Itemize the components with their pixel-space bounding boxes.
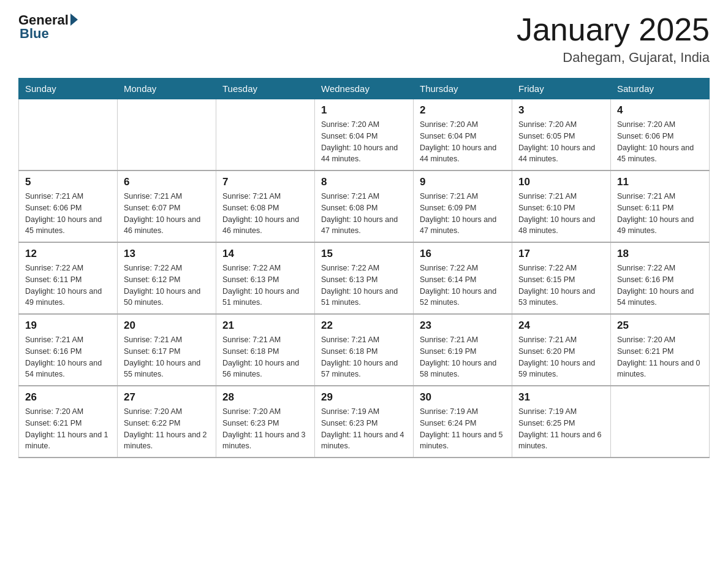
calendar-cell: 14Sunrise: 7:22 AM Sunset: 6:13 PM Dayli… xyxy=(216,242,315,314)
day-number: 27 xyxy=(124,391,210,404)
day-info: Sunrise: 7:20 AM Sunset: 6:23 PM Dayligh… xyxy=(222,406,308,452)
day-number: 24 xyxy=(518,320,604,332)
day-number: 12 xyxy=(25,248,111,260)
day-info: Sunrise: 7:19 AM Sunset: 6:24 PM Dayligh… xyxy=(420,406,506,452)
logo: General Blue xyxy=(18,12,78,42)
day-number: 20 xyxy=(124,320,210,332)
day-of-week-header: Saturday xyxy=(611,79,710,99)
day-number: 2 xyxy=(420,104,506,117)
calendar-week-row: 19Sunrise: 7:21 AM Sunset: 6:16 PM Dayli… xyxy=(19,314,710,386)
calendar-cell: 25Sunrise: 7:20 AM Sunset: 6:21 PM Dayli… xyxy=(611,314,710,386)
day-number: 26 xyxy=(25,391,111,404)
day-info: Sunrise: 7:21 AM Sunset: 6:18 PM Dayligh… xyxy=(321,334,407,380)
calendar-header-row: SundayMondayTuesdayWednesdayThursdayFrid… xyxy=(19,79,710,99)
calendar-cell: 24Sunrise: 7:21 AM Sunset: 6:20 PM Dayli… xyxy=(512,314,611,386)
calendar-cell: 19Sunrise: 7:21 AM Sunset: 6:16 PM Dayli… xyxy=(19,314,118,386)
calendar-cell: 18Sunrise: 7:22 AM Sunset: 6:16 PM Dayli… xyxy=(611,242,710,314)
day-number: 18 xyxy=(617,248,703,260)
day-number: 7 xyxy=(222,176,308,188)
day-number: 21 xyxy=(222,320,308,332)
day-info: Sunrise: 7:22 AM Sunset: 6:14 PM Dayligh… xyxy=(420,262,506,308)
day-number: 4 xyxy=(617,104,703,117)
page-header: General Blue January 2025 Dahegam, Gujar… xyxy=(18,12,710,66)
calendar-table: SundayMondayTuesdayWednesdayThursdayFrid… xyxy=(18,78,710,458)
calendar-week-row: 26Sunrise: 7:20 AM Sunset: 6:21 PM Dayli… xyxy=(19,386,710,458)
calendar-subtitle: Dahegam, Gujarat, India xyxy=(517,50,710,66)
day-number: 22 xyxy=(321,320,407,332)
day-number: 28 xyxy=(222,391,308,404)
calendar-cell: 22Sunrise: 7:21 AM Sunset: 6:18 PM Dayli… xyxy=(315,314,414,386)
calendar-cell: 10Sunrise: 7:21 AM Sunset: 6:10 PM Dayli… xyxy=(512,170,611,242)
calendar-cell: 21Sunrise: 7:21 AM Sunset: 6:18 PM Dayli… xyxy=(216,314,315,386)
logo-arrow-icon xyxy=(70,13,78,26)
calendar-cell: 3Sunrise: 7:20 AM Sunset: 6:05 PM Daylig… xyxy=(512,99,611,171)
day-of-week-header: Thursday xyxy=(414,79,512,99)
day-number: 14 xyxy=(222,248,308,260)
day-info: Sunrise: 7:21 AM Sunset: 6:19 PM Dayligh… xyxy=(420,334,506,380)
calendar-cell: 26Sunrise: 7:20 AM Sunset: 6:21 PM Dayli… xyxy=(19,386,118,458)
calendar-cell xyxy=(216,99,315,171)
calendar-cell: 17Sunrise: 7:22 AM Sunset: 6:15 PM Dayli… xyxy=(512,242,611,314)
day-of-week-header: Sunday xyxy=(19,79,118,99)
day-info: Sunrise: 7:21 AM Sunset: 6:08 PM Dayligh… xyxy=(321,191,407,237)
calendar-cell: 28Sunrise: 7:20 AM Sunset: 6:23 PM Dayli… xyxy=(216,386,315,458)
calendar-cell xyxy=(118,99,216,171)
day-number: 30 xyxy=(420,391,506,404)
calendar-cell xyxy=(19,99,118,171)
day-info: Sunrise: 7:22 AM Sunset: 6:16 PM Dayligh… xyxy=(617,262,703,308)
day-info: Sunrise: 7:22 AM Sunset: 6:13 PM Dayligh… xyxy=(222,262,308,308)
day-number: 3 xyxy=(518,104,604,117)
day-info: Sunrise: 7:19 AM Sunset: 6:23 PM Dayligh… xyxy=(321,406,407,452)
calendar-cell: 16Sunrise: 7:22 AM Sunset: 6:14 PM Dayli… xyxy=(414,242,512,314)
calendar-cell: 6Sunrise: 7:21 AM Sunset: 6:07 PM Daylig… xyxy=(118,170,216,242)
day-number: 1 xyxy=(321,104,407,117)
calendar-cell: 23Sunrise: 7:21 AM Sunset: 6:19 PM Dayli… xyxy=(414,314,512,386)
day-info: Sunrise: 7:21 AM Sunset: 6:17 PM Dayligh… xyxy=(124,334,210,380)
day-info: Sunrise: 7:20 AM Sunset: 6:04 PM Dayligh… xyxy=(420,119,506,165)
day-info: Sunrise: 7:21 AM Sunset: 6:08 PM Dayligh… xyxy=(222,191,308,237)
calendar-week-row: 1Sunrise: 7:20 AM Sunset: 6:04 PM Daylig… xyxy=(19,99,710,171)
day-info: Sunrise: 7:21 AM Sunset: 6:16 PM Dayligh… xyxy=(25,334,111,380)
calendar-cell: 27Sunrise: 7:20 AM Sunset: 6:22 PM Dayli… xyxy=(118,386,216,458)
calendar-cell: 5Sunrise: 7:21 AM Sunset: 6:06 PM Daylig… xyxy=(19,170,118,242)
day-info: Sunrise: 7:21 AM Sunset: 6:06 PM Dayligh… xyxy=(25,191,111,237)
calendar-cell: 11Sunrise: 7:21 AM Sunset: 6:11 PM Dayli… xyxy=(611,170,710,242)
day-info: Sunrise: 7:21 AM Sunset: 6:20 PM Dayligh… xyxy=(518,334,604,380)
day-of-week-header: Wednesday xyxy=(315,79,414,99)
day-of-week-header: Friday xyxy=(512,79,611,99)
day-info: Sunrise: 7:20 AM Sunset: 6:21 PM Dayligh… xyxy=(25,406,111,452)
day-info: Sunrise: 7:19 AM Sunset: 6:25 PM Dayligh… xyxy=(518,406,604,452)
day-number: 15 xyxy=(321,248,407,260)
day-number: 8 xyxy=(321,176,407,188)
day-info: Sunrise: 7:21 AM Sunset: 6:11 PM Dayligh… xyxy=(617,191,703,237)
day-info: Sunrise: 7:21 AM Sunset: 6:09 PM Dayligh… xyxy=(420,191,506,237)
day-of-week-header: Monday xyxy=(118,79,216,99)
day-number: 10 xyxy=(518,176,604,188)
calendar-cell: 8Sunrise: 7:21 AM Sunset: 6:08 PM Daylig… xyxy=(315,170,414,242)
day-info: Sunrise: 7:21 AM Sunset: 6:18 PM Dayligh… xyxy=(222,334,308,380)
day-number: 31 xyxy=(518,391,604,404)
calendar-week-row: 12Sunrise: 7:22 AM Sunset: 6:11 PM Dayli… xyxy=(19,242,710,314)
calendar-cell: 20Sunrise: 7:21 AM Sunset: 6:17 PM Dayli… xyxy=(118,314,216,386)
day-info: Sunrise: 7:22 AM Sunset: 6:12 PM Dayligh… xyxy=(124,262,210,308)
calendar-cell: 2Sunrise: 7:20 AM Sunset: 6:04 PM Daylig… xyxy=(414,99,512,171)
calendar-cell: 9Sunrise: 7:21 AM Sunset: 6:09 PM Daylig… xyxy=(414,170,512,242)
day-number: 29 xyxy=(321,391,407,404)
calendar-title: January 2025 xyxy=(517,12,710,47)
calendar-cell: 1Sunrise: 7:20 AM Sunset: 6:04 PM Daylig… xyxy=(315,99,414,171)
day-number: 9 xyxy=(420,176,506,188)
calendar-cell: 7Sunrise: 7:21 AM Sunset: 6:08 PM Daylig… xyxy=(216,170,315,242)
logo-blue-text: Blue xyxy=(20,26,49,42)
day-info: Sunrise: 7:21 AM Sunset: 6:10 PM Dayligh… xyxy=(518,191,604,237)
day-info: Sunrise: 7:22 AM Sunset: 6:13 PM Dayligh… xyxy=(321,262,407,308)
day-number: 11 xyxy=(617,176,703,188)
day-info: Sunrise: 7:22 AM Sunset: 6:11 PM Dayligh… xyxy=(25,262,111,308)
day-info: Sunrise: 7:20 AM Sunset: 6:06 PM Dayligh… xyxy=(617,119,703,165)
calendar-cell: 12Sunrise: 7:22 AM Sunset: 6:11 PM Dayli… xyxy=(19,242,118,314)
calendar-cell xyxy=(611,386,710,458)
calendar-cell: 15Sunrise: 7:22 AM Sunset: 6:13 PM Dayli… xyxy=(315,242,414,314)
day-number: 19 xyxy=(25,320,111,332)
day-info: Sunrise: 7:21 AM Sunset: 6:07 PM Dayligh… xyxy=(124,191,210,237)
day-info: Sunrise: 7:22 AM Sunset: 6:15 PM Dayligh… xyxy=(518,262,604,308)
day-number: 23 xyxy=(420,320,506,332)
